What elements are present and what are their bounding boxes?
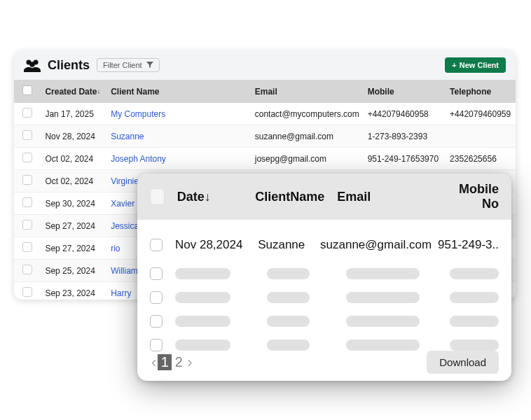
cell-date: Oct 02, 2024 [41,170,106,192]
cell-tel: +442079460959 [446,103,516,125]
cell-date: Sep 25, 2024 [41,260,106,282]
client-link[interactable]: Joseph Antony [111,154,166,164]
select-all-checkbox[interactable] [22,85,32,95]
cell-email: josepg@gmail.com [251,148,364,170]
skeleton [267,316,310,327]
export-footer: ‹ 1 2 › Download [150,351,499,374]
cell-mobile: +442079460958 [364,103,446,125]
client-link[interactable]: My Computers [111,109,165,119]
skeleton [267,340,310,351]
skeleton [346,316,420,327]
skeleton [346,268,420,279]
cell-date: Sep 27, 2024 [41,215,106,237]
col-email[interactable]: Email [337,190,427,204]
row-checkbox[interactable] [22,108,32,118]
sort-desc-icon: ↓ [97,88,100,95]
filter-client-button[interactable]: Filter Client [97,58,160,72]
table-row: Jan 17, 2025My Computerscontact@mycomput… [14,103,516,125]
cell-mobile: 951-249-17653970 [364,148,446,170]
skeleton [450,340,499,351]
row-checkbox[interactable] [150,239,163,251]
clients-header: Clients Filter Client + New Client [14,50,516,80]
export-popup: Date↓ ClientName Email Mobile No Nov 28,… [137,174,511,381]
client-link[interactable]: Suzanne [111,132,144,141]
cell-mobile: 951-249-3.. [438,238,499,252]
export-header: Date↓ ClientName Email Mobile No [137,174,511,220]
col-client-name[interactable]: ClientName [255,190,324,204]
client-link[interactable]: Xavier [111,199,135,209]
new-client-button[interactable]: + New Client [445,57,506,73]
client-link[interactable]: Harry [111,288,131,298]
pager-page-1[interactable]: 1 [158,354,172,370]
table-row: Oct 02, 2024Joseph Antonyjosepg@gmail.co… [14,148,516,170]
pager-next[interactable]: › [186,354,193,372]
col-mobile[interactable]: Mobile [364,80,446,103]
row-checkbox[interactable] [22,287,32,297]
cell-email: suzanne@gmail.com [251,125,364,148]
table-row: Nov 28,2024 Suzanne suzanne@gmail.com 95… [150,227,499,262]
pager-page-2[interactable]: 2 [172,354,186,370]
skeleton [175,268,230,279]
skeleton-row [150,309,499,333]
cell-date: Sep 30, 2024 [41,192,106,215]
skeleton [346,340,420,351]
skeleton [346,292,420,303]
client-link[interactable]: Virginie [111,176,139,186]
client-link[interactable]: rio [111,244,120,253]
cell-mobile: 1-273-893-2393 [364,125,446,148]
skeleton [175,292,230,303]
skeleton [450,292,499,303]
cell-email: contact@mycomputers.com [251,103,364,125]
row-checkbox[interactable] [22,130,32,140]
row-checkbox[interactable] [22,242,32,252]
col-date[interactable]: Date↓ [177,190,243,204]
client-link[interactable]: William [111,266,138,276]
row-checkbox[interactable] [22,175,32,185]
pager-prev[interactable]: ‹ [150,354,158,372]
col-mobile[interactable]: Mobile No [439,182,499,211]
sort-desc-icon: ↓ [205,190,211,204]
cell-date: Sep 27, 2024 [41,237,106,260]
row-checkbox[interactable] [150,339,163,351]
skeleton [267,268,310,279]
row-checkbox[interactable] [150,291,163,304]
row-checkbox[interactable] [22,265,32,274]
col-email[interactable]: Email [251,80,364,103]
skeleton [450,316,499,327]
table-header-row: Created Date↓ Client Name Email Mobile T… [14,80,516,103]
col-client-name[interactable]: Client Name [106,80,251,103]
table-row: Nov 28, 2024Suzannesuzanne@gmail.com1-27… [14,125,516,148]
cell-name: Suzanne [255,238,308,252]
export-body: Nov 28,2024 Suzanne suzanne@gmail.com 95… [137,220,511,357]
skeleton-row [150,286,499,309]
row-checkbox[interactable] [150,267,163,280]
cell-date: Nov 28, 2024 [41,125,106,148]
skeleton [175,340,230,351]
row-checkbox[interactable] [22,153,32,162]
cell-email: suzanne@gmail.com [320,238,425,252]
filter-icon [146,62,153,69]
col-telephone[interactable]: Telephone [446,80,516,103]
people-icon [24,58,41,72]
page-title: Clients [48,58,90,73]
cell-tel [446,125,516,148]
skeleton [175,316,230,327]
cell-date: Sep 23, 2024 [41,282,106,300]
svg-point-2 [29,62,35,67]
cell-date: Oct 02, 2024 [41,148,106,170]
client-link[interactable]: Jessica [111,221,139,231]
filter-label: Filter Client [103,61,142,69]
row-checkbox[interactable] [22,220,32,230]
download-button[interactable]: Download [427,351,499,374]
row-checkbox[interactable] [150,315,163,328]
cell-date: Jan 17, 2025 [41,103,106,125]
new-client-label: New Client [460,61,499,69]
plus-icon: + [452,61,456,69]
pager: ‹ 1 2 › [150,354,194,372]
col-created-date[interactable]: Created Date↓ [41,80,106,103]
row-checkbox[interactable] [22,197,32,207]
select-all-checkbox[interactable] [150,188,165,205]
cell-tel: 2352625656 [446,148,516,170]
skeleton-row [150,262,499,286]
skeleton [267,292,310,303]
